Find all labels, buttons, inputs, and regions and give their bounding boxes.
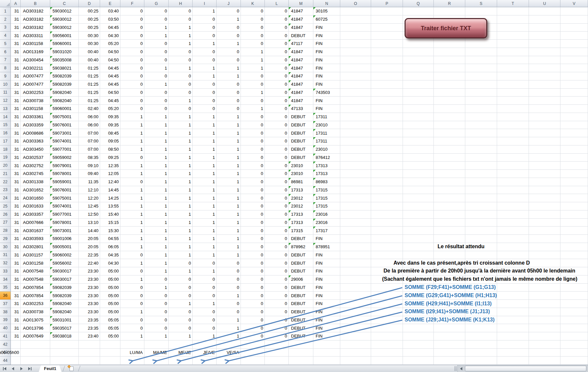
cell-F21[interactable]: 1 <box>120 170 144 178</box>
cell-M7[interactable]: 41847 <box>289 56 313 64</box>
cell-E33[interactable]: 05:00 <box>100 267 120 275</box>
cell-H5[interactable]: 1 <box>169 40 193 48</box>
cell-Q18[interactable] <box>403 145 434 154</box>
cell-A30[interactable]: 31 <box>11 243 21 251</box>
cell-O27[interactable] <box>340 219 371 227</box>
row-header-5[interactable]: 5 <box>0 40 11 48</box>
cell-J27[interactable]: 1 <box>217 219 241 227</box>
cell-R44[interactable] <box>434 357 465 365</box>
cell-I10[interactable]: 0 <box>193 80 217 89</box>
cell-N31[interactable]: FIN <box>313 251 340 259</box>
cell-F11[interactable]: 0 <box>120 89 144 97</box>
cell-D18[interactable]: 07:00 <box>79 145 100 154</box>
cell-A19[interactable]: 31 <box>11 154 21 162</box>
cell-N41[interactable]: FIN <box>313 332 340 340</box>
cell-K40[interactable]: 0 <box>241 324 265 332</box>
cell-G8[interactable]: 1 <box>144 64 169 72</box>
cell-H7[interactable]: 0 <box>169 56 193 64</box>
cell-K1[interactable]: 0 <box>241 7 265 15</box>
scrollbar-thumb[interactable] <box>465 366 586 371</box>
cell-A26[interactable]: 31 <box>11 210 21 219</box>
cell-V12[interactable] <box>560 97 588 105</box>
cell-J18[interactable]: 1 <box>217 145 241 154</box>
cell-P2[interactable] <box>371 15 403 24</box>
cell-A20[interactable]: 31 <box>11 162 21 170</box>
cell-N10[interactable]: FIN <box>313 80 340 89</box>
cell-L38[interactable]: 0 <box>265 308 289 316</box>
cell-T41[interactable] <box>497 332 529 340</box>
cell-C23[interactable]: 59076001 <box>50 186 79 194</box>
cell-L33[interactable]: 0 <box>265 267 289 275</box>
cell-B8[interactable]: AO302211 <box>21 64 50 72</box>
cell-Q10[interactable] <box>403 80 434 89</box>
cell-M32[interactable]: DEBUT <box>289 259 313 267</box>
cell-L20[interactable]: 0 <box>265 162 289 170</box>
cell-Q1[interactable] <box>403 7 434 15</box>
cell-Q31[interactable] <box>403 251 434 259</box>
cell-P5[interactable] <box>371 40 403 48</box>
cell-I5[interactable]: 1 <box>193 40 217 48</box>
cell-N8[interactable]: FIN <box>313 64 340 72</box>
cell-K22[interactable]: 0 <box>241 178 265 186</box>
cell-N35[interactable]: FIN <box>313 284 340 292</box>
cell-M42[interactable] <box>289 340 313 349</box>
cell-L8[interactable]: 0 <box>265 64 289 72</box>
cell-L37[interactable]: 0 <box>265 300 289 308</box>
column-header-A[interactable]: A <box>11 0 21 7</box>
cell-N34[interactable]: FIN <box>313 275 340 284</box>
cell-G25[interactable]: 1 <box>144 202 169 210</box>
cell-G2[interactable]: 0 <box>144 15 169 24</box>
cell-L36[interactable]: 0 <box>265 292 289 300</box>
cell-R19[interactable] <box>434 154 465 162</box>
cell-U3[interactable] <box>529 24 560 32</box>
cell-C37[interactable]: 59082040 <box>50 300 79 308</box>
row-header-16[interactable]: 16 <box>0 129 11 137</box>
cell-N25[interactable]: 17315 <box>313 202 340 210</box>
cell-T6[interactable] <box>497 48 529 56</box>
cell-E20[interactable]: 12:35 <box>100 162 120 170</box>
cell-C31[interactable]: 59060002 <box>50 251 79 259</box>
cell-H17[interactable]: 1 <box>169 137 193 145</box>
cell-C12[interactable]: 59082040 <box>50 97 79 105</box>
last-sheet-icon[interactable] <box>26 365 34 372</box>
cell-I6[interactable]: 0 <box>193 48 217 56</box>
cell-M26[interactable]: 17313 <box>289 210 313 219</box>
cell-V23[interactable] <box>560 186 588 194</box>
row-header-39[interactable]: 39 <box>0 316 11 324</box>
cell-M16[interactable]: DEBUT <box>289 129 313 137</box>
cell-C34[interactable]: 59030017 <box>50 275 79 284</box>
cell-T31[interactable] <box>497 251 529 259</box>
column-header-P[interactable]: P <box>371 0 403 7</box>
cell-M19[interactable]: DEBUT <box>289 154 313 162</box>
cell-O6[interactable] <box>340 48 371 56</box>
cell-I22[interactable]: 1 <box>193 178 217 186</box>
cell-D19[interactable]: 08:35 <box>79 154 100 162</box>
cell-C28[interactable]: 59073001 <box>50 227 79 235</box>
cell-L2[interactable]: 0 <box>265 15 289 24</box>
cell-A31[interactable]: 31 <box>11 251 21 259</box>
cell-I24[interactable]: 1 <box>193 194 217 202</box>
cell-T7[interactable] <box>497 56 529 64</box>
cell-V31[interactable] <box>560 251 588 259</box>
traiter-fichier-txt-button[interactable]: Traiter fichier TXT <box>405 18 487 38</box>
cell-M4[interactable]: DEBUT <box>289 32 313 40</box>
cell-S26[interactable] <box>465 210 497 219</box>
cell-K4[interactable]: 0 <box>241 32 265 40</box>
cell-U4[interactable] <box>529 32 560 40</box>
cell-U29[interactable] <box>529 235 560 243</box>
cell-L39[interactable]: 0 <box>265 316 289 324</box>
cell-N36[interactable]: FIN <box>313 292 340 300</box>
cell-B24[interactable]: AO301650 <box>21 194 50 202</box>
cell-V9[interactable] <box>560 72 588 80</box>
cell-S28[interactable] <box>465 227 497 235</box>
cell-D43[interactable] <box>79 349 100 357</box>
cell-K34[interactable]: 0 <box>241 275 265 284</box>
cell-R24[interactable] <box>434 194 465 202</box>
cell-S24[interactable] <box>465 194 497 202</box>
cell-R5[interactable] <box>434 40 465 48</box>
cell-D44[interactable] <box>79 357 100 365</box>
cell-C19[interactable]: 59059002 <box>50 154 79 162</box>
cell-E11[interactable]: 04:50 <box>100 89 120 97</box>
cell-Q13[interactable] <box>403 105 434 113</box>
cell-O36[interactable] <box>340 292 371 300</box>
